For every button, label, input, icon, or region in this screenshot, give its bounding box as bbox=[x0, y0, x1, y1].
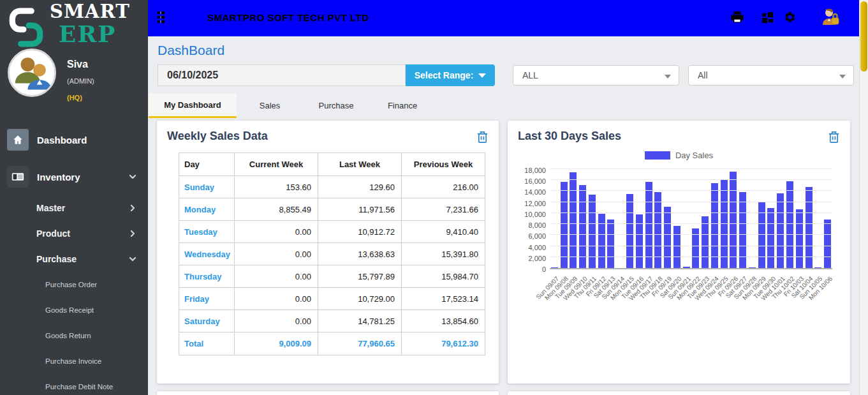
day-link[interactable]: Saturday bbox=[179, 310, 235, 332]
weekly-sales-table: DayCurrent WeekLast WeekPrevious Week Su… bbox=[179, 153, 485, 355]
last-value: 10,729.00 bbox=[318, 288, 402, 310]
gear-icon[interactable] bbox=[783, 10, 797, 24]
bar-sun-09-28[interactable] bbox=[749, 267, 756, 268]
bar-sat-09-20[interactable] bbox=[673, 226, 680, 268]
gridline bbox=[550, 246, 832, 246]
current-value: 0.00 bbox=[235, 288, 318, 310]
filter-dropdown-2[interactable]: All bbox=[688, 65, 854, 86]
bar-fri-09-12[interactable] bbox=[598, 214, 605, 268]
bar-thu-09-25[interactable] bbox=[721, 180, 728, 268]
sidebar-item-purchase-invoice[interactable]: Purchase Invoice bbox=[0, 348, 148, 374]
table-row: Wednesday0.0013,638.6315,391.80 bbox=[179, 243, 485, 265]
bar-wed-09-24[interactable] bbox=[711, 183, 718, 268]
current-value: 9,009.09 bbox=[235, 332, 318, 355]
current-value: 0.00 bbox=[235, 310, 318, 332]
day-link[interactable]: Friday bbox=[179, 288, 235, 310]
y-tick-label: 4,000 bbox=[518, 244, 546, 251]
sidebar-item-goods-receipt[interactable]: Goods Receipt bbox=[0, 297, 148, 323]
chart-x-axis: Sun 09/07Mon 09/08Tue 09/09Wed 09/10Thu … bbox=[550, 272, 832, 313]
hamburger-menu-icon[interactable] bbox=[158, 11, 173, 25]
bar-wed-09-10[interactable] bbox=[579, 185, 586, 268]
day-link[interactable]: Wednesday bbox=[179, 243, 235, 265]
sidebar-item-purchase-debit-note[interactable]: Purchase Debit Note bbox=[0, 374, 148, 395]
table-row: Monday8,855.4911,971.567,231.66 bbox=[179, 198, 485, 221]
sidebar-item-purchase-order[interactable]: Purchase Order bbox=[0, 272, 148, 297]
scrollbar-thumb[interactable] bbox=[860, 1, 867, 71]
sidebar-item-purchase[interactable]: Purchase bbox=[0, 246, 148, 272]
app-logo: SMART ERP bbox=[5, 3, 130, 48]
filter-dropdown-1[interactable]: ALL bbox=[513, 65, 679, 86]
table-row: Thursday0.0015,797.8915,984.70 bbox=[179, 265, 485, 288]
partial-card bbox=[508, 391, 850, 395]
bar-slot bbox=[672, 226, 682, 268]
home-icon bbox=[7, 129, 29, 151]
tab-finance[interactable]: Finance bbox=[369, 93, 436, 118]
column-header: Last Week bbox=[318, 153, 402, 176]
x-tick: Mon 10/06 bbox=[823, 272, 832, 313]
y-tick-label: 2,000 bbox=[518, 255, 546, 262]
bar-sun-10-05[interactable] bbox=[814, 267, 821, 268]
last-value: 14,781.25 bbox=[318, 310, 402, 332]
delete-widget-button[interactable] bbox=[828, 130, 840, 145]
bar-slot bbox=[767, 208, 776, 268]
select-range-button[interactable]: Select Range: bbox=[406, 64, 495, 86]
grid-icon[interactable] bbox=[762, 12, 774, 24]
sidebar-item-product[interactable]: Product bbox=[0, 221, 148, 246]
sidebar-item-label: Product bbox=[36, 228, 70, 239]
bar-fri-09-19[interactable] bbox=[664, 207, 671, 268]
bar-slot bbox=[795, 209, 804, 268]
date-input[interactable]: 06/10/2025 bbox=[158, 64, 406, 86]
day-link[interactable]: Tuesday bbox=[179, 221, 235, 243]
previous-value: 7,231.66 bbox=[402, 198, 485, 221]
column-header: Current Week bbox=[235, 153, 318, 176]
sidebar-item-label: Inventory bbox=[37, 172, 80, 183]
bar-sun-09-21[interactable] bbox=[683, 267, 690, 268]
sidebar: SMART ERP Siva (ADMIN) (HQ) DashboardInv… bbox=[0, 0, 148, 395]
chevron-down-icon bbox=[129, 173, 136, 181]
sidebar-item-label: Purchase Debit Note bbox=[45, 383, 113, 391]
bar-slot bbox=[710, 183, 719, 268]
gridline bbox=[550, 223, 832, 224]
sidebar-item-goods-return[interactable]: Goods Return bbox=[0, 323, 148, 348]
bar-fri-09-26[interactable] bbox=[730, 172, 737, 268]
legend-label: Day Sales bbox=[675, 151, 713, 160]
bar-sat-09-13[interactable] bbox=[607, 220, 614, 268]
printer-icon[interactable] bbox=[730, 10, 744, 24]
select-range-label: Select Range: bbox=[415, 70, 474, 80]
bar-tue-09-30[interactable] bbox=[767, 208, 774, 268]
delete-widget-button[interactable] bbox=[476, 130, 489, 145]
bar-tue-09-09[interactable] bbox=[570, 172, 577, 268]
bar-tue-09-16[interactable] bbox=[636, 214, 643, 268]
previous-value: 216.00 bbox=[402, 176, 485, 198]
day-link[interactable]: Monday bbox=[179, 198, 235, 221]
vertical-scrollbar[interactable] bbox=[859, 0, 868, 395]
bar-thu-10-02[interactable] bbox=[786, 181, 793, 268]
bar-mon-09-08[interactable] bbox=[561, 182, 568, 268]
dashboard-tabs: My DashboardSalesPurchaseFinance bbox=[148, 93, 859, 118]
bar-mon-10-06[interactable] bbox=[824, 220, 831, 268]
current-value: 153.60 bbox=[235, 176, 318, 198]
day-link[interactable]: Thursday bbox=[179, 265, 235, 288]
current-value: 0.00 bbox=[235, 221, 318, 243]
bar-slot bbox=[550, 267, 559, 268]
tab-purchase[interactable]: Purchase bbox=[303, 93, 369, 118]
sidebar-item-master[interactable]: Master bbox=[0, 195, 148, 221]
user-lock-icon[interactable] bbox=[821, 7, 840, 27]
sidebar-item-label: Goods Return bbox=[45, 332, 91, 339]
bar-thu-09-11[interactable] bbox=[589, 195, 596, 268]
tab-sales[interactable]: Sales bbox=[237, 93, 303, 118]
bar-fri-10-03[interactable] bbox=[796, 209, 803, 268]
table-row: Sunday153.60129.60216.00 bbox=[179, 176, 485, 198]
company-name: SMARTPRO SOFT TECH PVT LTD bbox=[207, 12, 369, 23]
bar-wed-09-17[interactable] bbox=[645, 182, 652, 268]
caret-down-icon bbox=[478, 73, 486, 78]
current-value: 0.00 bbox=[235, 265, 318, 288]
bar-slot bbox=[569, 172, 578, 268]
sidebar-item-dashboard[interactable]: Dashboard bbox=[0, 121, 148, 158]
sidebar-item-inventory[interactable]: Inventory bbox=[0, 158, 148, 195]
avatar[interactable] bbox=[8, 48, 56, 97]
bar-sun-09-07[interactable] bbox=[551, 267, 558, 268]
day-link[interactable]: Sunday bbox=[179, 176, 235, 198]
tab-my-dashboard[interactable]: My Dashboard bbox=[149, 93, 237, 118]
y-tick-label: 16,000 bbox=[518, 177, 546, 185]
